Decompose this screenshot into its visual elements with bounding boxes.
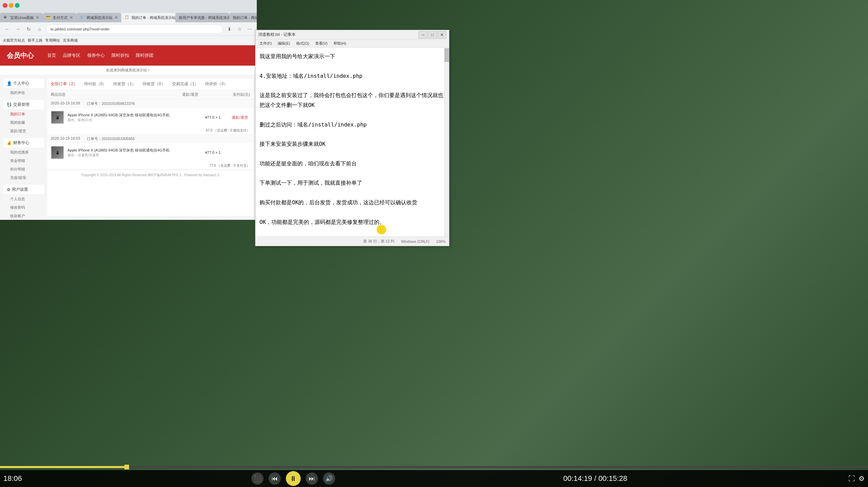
bookmark-newbie[interactable]: 新手上路 xyxy=(28,38,43,43)
product-refund-1[interactable]: 退款/退货 xyxy=(230,115,250,120)
order-tab-pending-ship[interactable]: 待发货（1） xyxy=(113,81,136,87)
tab-close-shop[interactable]: ✕ xyxy=(115,15,118,20)
order-no-1: 订单号：2010191658813376 xyxy=(87,101,135,106)
person-icon: 👤 xyxy=(7,81,12,86)
notepad-menu-view[interactable]: 查看(V) xyxy=(313,40,330,47)
orders-table-header: 商品信息 退款/退货 实付款(元) xyxy=(47,90,253,99)
orders-tabs: 全部订单（2） 待付款（0） 待发货（1） 待收货（0） 交易完成（1） 待评价… xyxy=(47,78,253,90)
sidebar-item-refund[interactable]: 退款/退货 xyxy=(3,127,44,135)
tab-close-baota[interactable]: ✕ xyxy=(36,15,39,20)
order-tab-complete[interactable]: 交易完成（1） xyxy=(172,81,199,87)
sidebar-section-trade: 💱 交易管理 我的订单 我的收藏 退款/退货 xyxy=(3,100,44,135)
product-name-1[interactable]: Apple iPhone X (A1865) 64GB 深空灰色 移动联通电信4… xyxy=(68,113,196,118)
notepad-zoom: 100% xyxy=(436,239,446,244)
nav-discount[interactable]: 限时折扣 xyxy=(111,52,129,59)
tab-orders-active[interactable]: 📋 我的订单 - 商城系统演示站 ✕ xyxy=(121,13,175,22)
sidebar-item-recharge[interactable]: 充值/提现 xyxy=(3,173,44,182)
video-pause-button[interactable]: ⏸ xyxy=(286,471,301,486)
video-next-button[interactable]: ⏭ xyxy=(306,472,318,485)
video-prev-button[interactable]: ⏮ xyxy=(269,472,281,485)
video-progress-bar[interactable] xyxy=(0,466,868,468)
back-button[interactable]: ← xyxy=(3,25,11,33)
tab-shop[interactable]: 🛒 商城系统演示站 ✕ xyxy=(76,13,121,22)
order-tab-all[interactable]: 全部订单（2） xyxy=(51,81,77,87)
bookmark-firefox[interactable]: 火狐官方站点 xyxy=(3,38,25,43)
downloads-icon[interactable]: ⬇ xyxy=(225,25,234,33)
settings-icon[interactable]: ⋯ xyxy=(245,25,254,33)
browser-minimize-button[interactable] xyxy=(9,3,14,8)
reload-button[interactable]: ↻ xyxy=(24,25,33,33)
notepad-line-11: 功能还是挺全面的，咱们现在去看下前台 xyxy=(259,159,445,169)
order-tab-review[interactable]: 待评价（0） xyxy=(205,81,228,87)
notepad-menu-edit[interactable]: 编辑(E) xyxy=(275,40,293,47)
tab-coupon[interactable]: 新用户专享优惠 - 商城系统演示站 ✕ xyxy=(175,13,229,22)
notepad-menu-format[interactable]: 格式(O) xyxy=(294,40,312,47)
tab-payment[interactable]: 💳 支付方式 ✕ xyxy=(43,13,76,22)
settings-icon3[interactable]: ⚙ xyxy=(859,474,865,483)
nav-group[interactable]: 限时拼团 xyxy=(136,52,153,59)
sidebar-section-finance: 💰 财务中心 我的优惠券 资金明细 积分明细 充值/提现 xyxy=(3,138,44,182)
sidebar-title-trade[interactable]: 💱 交易管理 xyxy=(3,100,44,110)
sidebar-title-settings[interactable]: ⚙ 用户设置 xyxy=(3,185,44,195)
sidebar-item-profile[interactable]: 个人信息 xyxy=(3,195,44,203)
home-button[interactable]: ⌂ xyxy=(35,25,44,33)
nav-brand[interactable]: 品牌专区 xyxy=(63,52,80,59)
bookmark-common-label: 常用网址 xyxy=(45,38,60,43)
sidebar-item-favorites[interactable]: 我的收藏 xyxy=(3,118,44,127)
order-tab-pending-receive[interactable]: 待收货（0） xyxy=(143,81,165,87)
sidebar-title-profile[interactable]: 👤 个人中心 xyxy=(3,78,44,89)
forward-button[interactable]: → xyxy=(14,25,22,33)
tab-label-shop: 商城系统演示站 xyxy=(86,15,113,20)
notepad-close-button[interactable]: ✕ xyxy=(438,31,446,39)
main-layout: 👤 个人中心 我的评价 💱 交易管理 我的订单 我的收藏 退款/退货 xyxy=(0,75,257,219)
site-footer: Copyright © 2015-2019 All Rights Reserve… xyxy=(47,170,253,180)
notepad-minimize-button[interactable]: ─ xyxy=(419,31,427,39)
sidebar-item-coupons[interactable]: 我的优惠券 xyxy=(3,148,44,157)
notepad-content[interactable]: 我这里用我的号给大家演示一下 4.安装地址：域名/install/index.p… xyxy=(255,48,449,236)
order-date-2: 2020-10-19 16:53 xyxy=(51,136,80,141)
order-date-1: 2020-10-19 16:58 xyxy=(51,101,80,106)
sidebar-label-profile: 个人中心 xyxy=(13,80,29,86)
nav-coupon[interactable]: 领券中心 xyxy=(87,52,105,59)
tab-label-coupon: 新用户专享优惠 - 商城系统演示站 xyxy=(179,15,229,20)
tab-label-baota: 宝塔Linux面板 xyxy=(10,15,34,20)
fullscreen-icon[interactable]: ⛶ xyxy=(848,475,855,483)
finance-icon: 💰 xyxy=(7,141,12,145)
order-tab-pending-payment[interactable]: 待付款（0） xyxy=(84,81,107,87)
video-volume-button[interactable]: 🔊 xyxy=(323,472,335,485)
video-progress-handle[interactable] xyxy=(124,465,129,469)
notepad-menu-help[interactable]: 帮助(H) xyxy=(331,40,349,47)
welcome-text: 欢迎来到商城系统演示站！ xyxy=(106,68,151,72)
sidebar-item-funds[interactable]: 资金明细 xyxy=(3,157,44,165)
sidebar-item-points[interactable]: 积分明细 xyxy=(3,165,44,173)
sidebar-item-password[interactable]: 修改密码 xyxy=(3,203,44,212)
product-name-2[interactable]: Apple iPhone X (A1865) 64GB 深空灰色 移动联通电信4… xyxy=(68,148,196,153)
bookmark-icon[interactable]: ☆ xyxy=(235,25,244,33)
bookmark-jd[interactable]: 京东商城 xyxy=(63,38,78,43)
bookmark-jd-label: 京东商城 xyxy=(63,38,78,43)
tab-baota[interactable]: 🖥 宝塔Linux面板 ✕ xyxy=(0,13,43,22)
sidebar-title-finance[interactable]: 💰 财务中心 xyxy=(3,138,44,148)
orders-area: 全部订单（2） 待付款（0） 待发货（1） 待收货（0） 交易完成（1） 待评价… xyxy=(47,78,253,216)
notepad-menu-file[interactable]: 文件(F) xyxy=(257,40,274,47)
tab-close-payment[interactable]: ✕ xyxy=(70,15,73,20)
cursor-dot xyxy=(377,225,386,234)
sidebar-item-evaluation[interactable]: 我的评价 xyxy=(3,89,44,97)
notepad-maximize-button[interactable]: □ xyxy=(428,31,437,39)
sidebar-item-payment-account[interactable]: 收款账户 xyxy=(3,212,44,220)
browser-close-button[interactable] xyxy=(3,3,7,8)
product-info-2: Apple iPhone X (A1865) 64GB 深空灰色 移动联通电信4… xyxy=(68,148,196,158)
browser-maximize-button[interactable] xyxy=(15,3,20,8)
order-note-2: （含运费：0 支付宝） xyxy=(217,164,250,167)
tab-orders2[interactable]: 我的订单 - 商城系统演示站 ✕ xyxy=(229,13,257,22)
site-nav: 首页 品牌专区 领券中心 限时折扣 限时拼团 xyxy=(47,52,153,59)
order-item-1: 📱 Apple iPhone X (A1865) 64GB 深空灰色 移动联通电… xyxy=(47,108,253,127)
notepad-scrollbar-thumb[interactable] xyxy=(445,48,449,62)
address-bar[interactable]: sc.jahbs1.com/user.php7mod=order xyxy=(46,24,223,34)
video-stop-button[interactable]: ⬛ xyxy=(251,472,264,485)
header-payment: 实付款(元) xyxy=(210,92,250,97)
bookmark-common[interactable]: 常用网址 xyxy=(45,38,60,43)
nav-home[interactable]: 首页 xyxy=(47,52,56,59)
product-price-2: ¥77.0 × 1 xyxy=(199,150,226,155)
sidebar-item-orders[interactable]: 我的订单 xyxy=(3,110,44,118)
